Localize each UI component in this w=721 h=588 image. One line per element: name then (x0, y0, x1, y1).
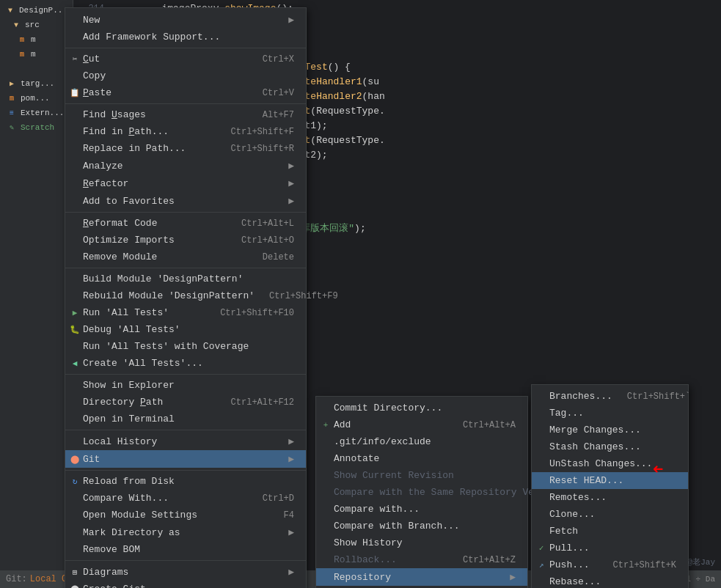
ctx-open-terminal[interactable]: Open in Terminal (65, 411, 306, 427)
ctx-rebuild-shortcut: Ctrl+Shift+F9 (269, 291, 338, 301)
ctx-directory-path-label: Directory Path (83, 397, 216, 408)
repo-push-shortcut: Ctrl+Shift+K (613, 560, 676, 570)
ctx-mark-dir[interactable]: Mark Directory as ▶ (65, 523, 306, 541)
ctx-refactor[interactable]: Refactor ▶ (65, 174, 306, 192)
git-commit-dir[interactable]: Commit Directory... (316, 400, 527, 416)
ctx-replace-path-label: Replace in Path... (83, 143, 216, 154)
ctx-replace-path-shortcut: Ctrl+Shift+R (231, 144, 294, 154)
ctx-optimize[interactable]: Optimize Imports Ctrl+Alt+O (65, 232, 306, 249)
ctx-optimize-shortcut: Ctrl+Alt+O (241, 235, 294, 246)
ctx-find-path[interactable]: Find in Path... Ctrl+Shift+F (65, 123, 306, 140)
submenu-git: Commit Directory... + Add Ctrl+Alt+A .gi… (315, 396, 528, 588)
git-annotate[interactable]: Annotate (316, 450, 527, 467)
tree-item-m1[interactable]: m m (0, 32, 73, 47)
repo-rebase[interactable]: Rebase... (532, 573, 688, 588)
ctx-reload-label: Reload from Disk (83, 476, 294, 487)
ctx-cut-shortcut: Ctrl+X (263, 54, 294, 65)
repo-push[interactable]: ↗ Push... Ctrl+Shift+K (532, 556, 688, 573)
git-show-revision: Show Current Revision (316, 467, 527, 484)
ctx-diagrams[interactable]: ⊞ Diagrams ▶ (65, 563, 306, 581)
ctx-remove-module[interactable]: Remove Module Delete (65, 249, 306, 265)
ctx-compare[interactable]: Compare With... Ctrl+D (65, 490, 306, 507)
repo-remotes[interactable]: Remotes... (532, 489, 688, 506)
git-add[interactable]: + Add Ctrl+Alt+A (316, 416, 527, 433)
git-exclude[interactable]: .git/info/exclude (316, 433, 527, 450)
ctx-show-explorer[interactable]: Show in Explorer (65, 377, 306, 394)
tree-label-pom: pom... (21, 94, 50, 103)
ctx-reload[interactable]: ↻ Reload from Disk (65, 473, 306, 490)
tree-item-m2[interactable]: m m (0, 47, 73, 62)
ctx-sep-2 (65, 103, 306, 104)
git-status-label: Git: (6, 574, 27, 584)
repo-stash-label: Stash Changes... (549, 441, 676, 452)
ctx-module-settings[interactable]: Open Module Settings F4 (65, 507, 306, 523)
git-compare-repo: Compare with the Same Repository Version (316, 484, 527, 501)
repo-branches[interactable]: Branches... Ctrl+Shift+` (532, 388, 688, 405)
repo-pull[interactable]: ✓ Pull... (532, 540, 688, 556)
ctx-analyze[interactable]: Analyze ▶ (65, 157, 306, 174)
ctx-build[interactable]: Build Module 'DesignPattern' (65, 271, 306, 287)
tree-item-src[interactable]: ▼ src (0, 18, 73, 32)
ctx-replace-path[interactable]: Replace in Path... Ctrl+Shift+R (65, 140, 306, 157)
ctx-remove-bom[interactable]: Remove BOM (65, 541, 306, 558)
repo-stash[interactable]: Stash Changes... (532, 438, 688, 455)
repo-tag-label: Tag... (549, 408, 676, 419)
repo-unstash[interactable]: UnStash Changes... (532, 455, 688, 472)
repo-fetch[interactable]: Fetch (532, 523, 688, 540)
ctx-new[interactable]: New ▶ (65, 11, 306, 29)
ctx-add-framework[interactable]: Add Framework Support... (65, 29, 306, 45)
ctx-directory-path-shortcut: Ctrl+Alt+F12 (231, 397, 294, 408)
git-compare-branch[interactable]: Compare with Branch... (316, 518, 527, 534)
ctx-find-path-label: Find in Path... (83, 126, 216, 137)
git-repository-label: Repository (334, 572, 504, 583)
git-repository[interactable]: Repository ▶ (316, 568, 527, 586)
ctx-create-tests[interactable]: ◀ Create 'All Tests'... (65, 355, 306, 372)
git-rollback-shortcut: Ctrl+Alt+Z (463, 555, 516, 565)
tree-item-pom[interactable]: m pom... (0, 91, 73, 106)
ctx-git[interactable]: ⬤ Git ▶ (65, 450, 306, 468)
ctx-paste[interactable]: 📋 Paste Ctrl+V (65, 84, 306, 101)
ctx-run-tests[interactable]: ▶ Run 'All Tests' Ctrl+Shift+F10 (65, 304, 306, 321)
ctx-sep-8 (65, 560, 306, 561)
folder-icon: ▼ (4, 4, 16, 16)
ctx-reformat[interactable]: Reformat Code Ctrl+Alt+L (65, 215, 306, 232)
tree-label-targ: targ... (21, 79, 54, 88)
git-repository-arrow: ▶ (510, 571, 516, 583)
tree-item-targ[interactable]: ▶ targ... (0, 76, 73, 91)
ctx-copy[interactable]: Copy (65, 67, 306, 84)
ctx-add-framework-label: Add Framework Support... (83, 32, 294, 43)
ctx-cut[interactable]: ✂ Cut Ctrl+X (65, 51, 306, 67)
tree-label-external: Extern... (21, 109, 64, 117)
ctx-show-explorer-label: Show in Explorer (83, 380, 294, 391)
ctx-create-gist-label: Create Gist... (83, 584, 294, 588)
ctx-create-gist[interactable]: ⬤ Create Gist... (65, 581, 306, 588)
tree-item-scratch[interactable]: ✎ Scratch (0, 120, 73, 135)
ctx-run-coverage[interactable]: Run 'All Tests' with Coverage (65, 338, 306, 355)
ctx-debug-tests-label: Debug 'All Tests' (83, 324, 294, 335)
ctx-directory-path[interactable]: Directory Path Ctrl+Alt+F12 (65, 394, 306, 411)
repo-rebase-label: Rebase... (549, 576, 676, 587)
git-compare-with[interactable]: Compare with... (316, 501, 527, 518)
ctx-sep-4 (65, 268, 306, 268)
ctx-local-history[interactable]: Local History ▶ (65, 433, 306, 450)
tree-item-design[interactable]: ▼ DesignP... (0, 3, 73, 18)
git-rollback-label: Rollback... (334, 554, 448, 565)
repo-push-label: Push... (549, 559, 599, 570)
ctx-git-arrow: ▶ (288, 453, 294, 465)
repo-clone[interactable]: Clone... (532, 506, 688, 523)
ctx-add-favorites[interactable]: Add to Favorites ▶ (65, 192, 306, 210)
tree-item-external[interactable]: ≡ Extern... (0, 106, 73, 120)
repo-tag[interactable]: Tag... (532, 405, 688, 422)
git-add-label: Add (334, 419, 448, 430)
ctx-find-usages[interactable]: Find Usages Alt+F7 (65, 106, 306, 123)
git-compare-branch-label: Compare with Branch... (334, 521, 516, 532)
ctx-debug-tests[interactable]: 🐛 Debug 'All Tests' (65, 321, 306, 338)
git-show-history[interactable]: Show History (316, 534, 527, 551)
ctx-rebuild[interactable]: Rebuild Module 'DesignPattern' Ctrl+Shif… (65, 287, 306, 304)
repo-reset-head[interactable]: Reset HEAD... (532, 472, 688, 489)
paste-icon: 📋 (70, 88, 80, 98)
ctx-add-favorites-arrow: ▶ (288, 195, 294, 207)
create-tests-icon: ◀ (70, 359, 80, 369)
repo-merge[interactable]: Merge Changes... (532, 422, 688, 438)
pom-icon: m (6, 92, 18, 104)
